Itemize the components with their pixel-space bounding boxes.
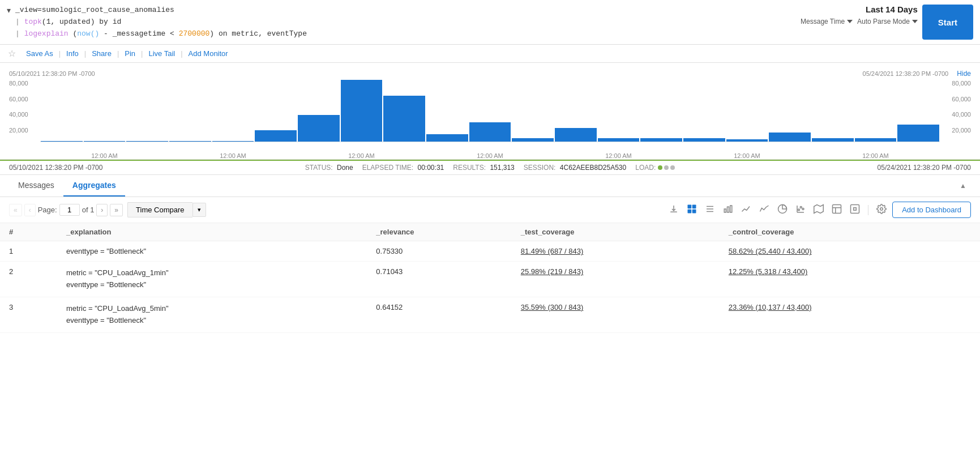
col-control-coverage: _control_coverage	[720, 223, 980, 241]
results-toolbar: « ‹ Page: of 1 › » Time Compare ▾	[0, 197, 980, 223]
bar-chart-icon[interactable]	[721, 203, 735, 217]
pivot-icon[interactable]	[829, 203, 844, 217]
scatter-icon[interactable]	[793, 203, 808, 217]
chart-bar	[769, 133, 811, 142]
row-1-test-coverage[interactable]: 81.49% (687 / 843)	[512, 241, 720, 262]
svg-point-14	[798, 209, 800, 211]
pie-chart-icon[interactable]	[775, 203, 790, 217]
results-table: # _explanation _relevance _test_coverage…	[0, 223, 980, 332]
results-tabs: Messages Aggregates ▲	[0, 175, 980, 197]
chart-end-group: 05/24/2021 12:38:20 PM -0700 Hide	[863, 70, 971, 78]
chart-bar	[855, 138, 897, 142]
col-explanation: _explanation	[57, 223, 367, 241]
row-1-num: 1	[0, 241, 57, 262]
row-2-control-coverage[interactable]: 12.25% (5,318 / 43,400)	[720, 262, 980, 297]
sep-1: |	[59, 49, 61, 58]
info-button[interactable]: Info	[63, 48, 82, 59]
tab-aggregates[interactable]: Aggregates	[63, 175, 125, 197]
list-icon[interactable]	[703, 203, 717, 217]
prev-page-button[interactable]: ‹	[24, 204, 36, 216]
query-line-2: | topk(1, updated) by id	[15, 16, 755, 28]
next-page-button[interactable]: ›	[96, 204, 108, 216]
chart-bar	[469, 122, 511, 142]
live-tail-button[interactable]: Live Tail	[145, 48, 178, 59]
svg-rect-3	[688, 210, 692, 213]
time-compare-dropdown[interactable]: Time Compare ▾	[127, 202, 206, 217]
col-relevance: _relevance	[367, 223, 511, 241]
svg-rect-4	[692, 210, 696, 213]
page-input[interactable]	[59, 204, 80, 216]
export-icon[interactable]	[666, 203, 681, 217]
favorite-button[interactable]: ☆	[8, 48, 16, 59]
time-compare-arrow[interactable]: ▾	[192, 203, 206, 217]
svg-rect-21	[851, 204, 859, 213]
svg-rect-2	[692, 204, 696, 208]
more-chart-icon[interactable]	[848, 203, 862, 217]
save-as-button[interactable]: Save As	[23, 48, 57, 59]
chart-section: 05/10/2021 12:38:20 PM -0700 05/24/2021 …	[0, 63, 980, 160]
row-1-relevance: 0.75330	[367, 241, 511, 262]
svg-rect-8	[724, 209, 726, 212]
last-page-button[interactable]: »	[110, 204, 123, 216]
chart-bar	[169, 141, 211, 142]
row-1-control-coverage[interactable]: 58.62% (25,440 / 43,400)	[720, 241, 980, 262]
chart-y-labels-right: 80,000 60,000 40,000 20,000	[940, 80, 971, 142]
add-to-dashboard-button[interactable]: Add to Dashboard	[892, 202, 971, 218]
settings-icon[interactable]	[874, 203, 889, 217]
results-group: RESULTS: 151,313	[453, 164, 515, 172]
row-3-num: 3	[0, 297, 57, 332]
sep-2: |	[84, 49, 86, 58]
map-icon[interactable]	[811, 203, 826, 217]
table-row: 3 metric = "CPU_LoadAvg_5min"eventtype =…	[0, 297, 980, 332]
elapsed-group: ELAPSED TIME: 00:00:31	[362, 164, 444, 172]
chart-bars	[40, 80, 940, 142]
chart-bar	[298, 115, 340, 142]
chart-bar	[812, 138, 854, 142]
first-page-button[interactable]: «	[9, 204, 22, 216]
chart-bar	[555, 128, 597, 142]
tab-messages[interactable]: Messages	[9, 175, 63, 197]
toolbar: ☆ Save As | Info | Share | Pin | Live Ta…	[0, 45, 980, 63]
svg-rect-9	[727, 207, 729, 212]
area-chart-icon[interactable]	[757, 203, 772, 217]
svg-point-16	[802, 208, 804, 210]
row-3-control-coverage[interactable]: 23.36% (10,137 / 43,400)	[720, 297, 980, 332]
chart-hide-button[interactable]: Hide	[957, 70, 971, 78]
status-left-date: 05/10/2021 12:38:20 PM -0700	[9, 164, 102, 172]
table-row: 1 eventtype = "Bottleneck" 0.75330 81.49…	[0, 241, 980, 262]
start-button[interactable]: Start	[922, 5, 973, 40]
table-row: 2 metric = "CPU_LoadAvg_1min"eventtype =…	[0, 262, 980, 297]
time-range-section: Last 14 Days Message Time Auto Parse Mod…	[759, 5, 918, 40]
chart-bar	[212, 141, 254, 142]
page-nav: « ‹ Page: of 1 › »	[9, 204, 123, 216]
svg-rect-0	[670, 211, 677, 212]
parse-mode-dropdown[interactable]: Auto Parse Mode	[857, 18, 918, 25]
time-compare-button[interactable]: Time Compare	[127, 202, 192, 217]
share-button[interactable]: Share	[88, 48, 115, 59]
app-container: ▾ _view=sumologic_root_cause_anomalies |…	[0, 0, 980, 457]
row-2-test-coverage[interactable]: 25.98% (219 / 843)	[512, 262, 720, 297]
load-dot-1	[658, 165, 662, 170]
load-dot-3	[670, 165, 675, 170]
row-2-explanation: metric = "CPU_LoadAvg_1min"eventtype = "…	[57, 262, 367, 297]
collapse-results-icon[interactable]: ▲	[955, 177, 971, 194]
chart-bar	[598, 138, 640, 142]
load-dot-2	[664, 165, 669, 170]
status-group: STATUS: Done	[305, 164, 353, 172]
page-label: Page:	[38, 206, 57, 214]
col-test-coverage: _test_coverage	[512, 223, 720, 241]
col-num: #	[0, 223, 57, 241]
chart-bar	[640, 138, 682, 142]
collapse-button[interactable]: ▾	[7, 5, 11, 15]
row-3-test-coverage[interactable]: 35.59% (300 / 843)	[512, 297, 720, 332]
tabs-left: Messages Aggregates	[9, 175, 125, 197]
results-section: Messages Aggregates ▲ « ‹ Page: of 1 › »…	[0, 175, 980, 457]
table-icon[interactable]	[684, 203, 699, 217]
line-chart-icon[interactable]	[739, 203, 754, 217]
chart-wrapper: 80,000 60,000 40,000 20,000 80,000 60,00…	[9, 80, 971, 159]
sep-5: |	[181, 49, 182, 58]
add-monitor-button[interactable]: Add Monitor	[185, 48, 232, 59]
pin-button[interactable]: Pin	[121, 48, 139, 59]
message-time-dropdown[interactable]: Message Time	[801, 18, 853, 25]
svg-rect-1	[688, 204, 692, 208]
